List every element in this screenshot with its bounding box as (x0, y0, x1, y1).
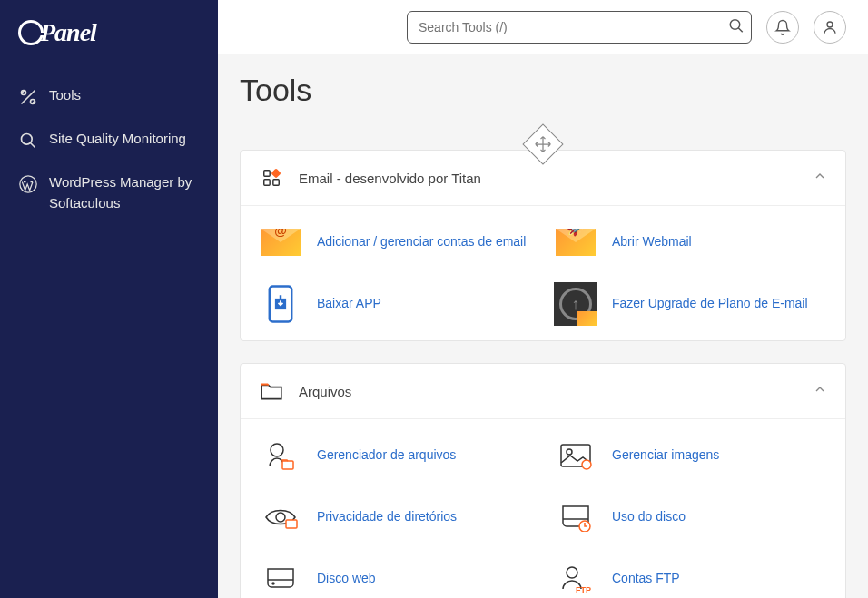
upgrade-icon: ↑ (554, 282, 597, 326)
svg-text:FTP: FTP (576, 585, 591, 594)
panel-body-files: Gerenciador de arquivos Gerenciar imagen… (241, 419, 845, 598)
tool-label: Contas FTP (612, 570, 680, 588)
panel-email: Email - desenvolvido por Titan @ Adicion… (240, 150, 846, 341)
tool-label: Abrir Webmail (612, 233, 692, 251)
panel-title: Arquivos (299, 384, 813, 399)
web-disk-icon (259, 557, 302, 598)
sidebar-item-label: Site Quality Monitoring (49, 129, 186, 150)
disk-usage-icon (554, 495, 597, 539)
sidebar-item-tools[interactable]: Tools (0, 74, 218, 118)
sidebar-item-label: Tools (49, 85, 81, 106)
panel-header-files[interactable]: Arquivos (241, 364, 845, 419)
cpanel-logo[interactable]: Panel (0, 18, 218, 74)
svg-rect-8 (264, 171, 270, 176)
svg-point-2 (22, 134, 33, 145)
tool-ftp-accounts[interactable]: FTP Contas FTP (554, 557, 827, 598)
tool-open-webmail[interactable]: 🚀 Abrir Webmail (554, 221, 827, 264)
panel-files: Arquivos Gerenciador de arquivos Gerenci (240, 363, 846, 598)
svg-point-24 (272, 583, 274, 584)
tool-label: Uso do disco (612, 508, 686, 526)
notifications-button[interactable] (766, 11, 799, 44)
main: Tools Email - desenvolvido por Titan @ (218, 0, 868, 598)
tool-label: Baixar APP (317, 295, 381, 313)
svg-rect-15 (282, 461, 293, 469)
svg-rect-10 (273, 180, 279, 185)
svg-rect-20 (286, 520, 297, 528)
tool-label: Gerenciar imagens (612, 446, 719, 465)
search-button[interactable] (728, 18, 745, 37)
drag-handle[interactable] (240, 130, 846, 159)
sidebar-item-site-quality[interactable]: Site Quality Monitoring (0, 118, 218, 162)
panel-title: Email - desenvolvido por Titan (299, 171, 813, 186)
svg-line-3 (31, 143, 35, 148)
page-title: Tools (240, 73, 846, 108)
tool-file-manager[interactable]: Gerenciador de arquivos (259, 434, 532, 477)
sidebar-item-wordpress[interactable]: WordPress Manager by Softaculous (0, 162, 218, 224)
svg-point-17 (567, 449, 572, 455)
privacy-icon (259, 495, 302, 539)
sidebar-item-label: WordPress Manager by Softaculous (49, 172, 200, 213)
user-menu-button[interactable] (814, 11, 846, 44)
svg-point-18 (582, 460, 591, 469)
magnifier-icon (18, 131, 38, 151)
ftp-accounts-icon: FTP (554, 557, 597, 598)
tool-upgrade-email[interactable]: ↑ Fazer Upgrade de Plano de E-mail (554, 282, 827, 326)
tool-label: Gerenciador de arquivos (317, 446, 456, 465)
tool-web-disk[interactable]: Disco web (259, 557, 532, 598)
panel-body-email: @ Adicionar / gerenciar contas de email … (241, 206, 845, 340)
tool-disk-usage[interactable]: Uso do disco (554, 495, 827, 539)
search-wrapper (407, 11, 752, 44)
envelope-rocket-icon: 🚀 (554, 221, 597, 264)
bell-icon (774, 19, 791, 35)
svg-point-5 (730, 20, 740, 30)
tool-label: Disco web (317, 570, 376, 588)
tool-directory-privacy[interactable]: Privacidade de diretórios (259, 495, 532, 539)
file-manager-icon (259, 434, 302, 477)
svg-rect-11 (272, 169, 281, 177)
svg-rect-9 (264, 180, 270, 185)
svg-point-25 (567, 567, 577, 578)
svg-point-19 (276, 513, 285, 522)
tool-label: Privacidade de diretórios (317, 508, 457, 526)
folder-icon (259, 378, 284, 404)
search-input[interactable] (407, 11, 752, 44)
svg-line-6 (738, 28, 743, 33)
envelope-at-icon: @ (259, 221, 302, 264)
tool-manage-images[interactable]: Gerenciar imagens (554, 434, 827, 477)
wordpress-icon (18, 174, 38, 194)
user-icon (822, 19, 838, 35)
sidebar: Panel Tools Site Quality Monitoring Word… (0, 0, 218, 598)
chevron-up-icon (813, 382, 827, 400)
apps-icon (259, 165, 284, 191)
tools-icon (18, 87, 38, 107)
chevron-up-icon (813, 169, 827, 187)
topbar (218, 0, 868, 54)
images-icon (554, 434, 597, 477)
phone-download-icon (259, 282, 302, 326)
tool-manage-email[interactable]: @ Adicionar / gerenciar contas de email (259, 221, 532, 264)
svg-point-1 (31, 100, 35, 104)
content: Tools Email - desenvolvido por Titan @ (218, 54, 868, 598)
move-icon (522, 123, 563, 164)
tool-label: Adicionar / gerenciar contas de email (317, 233, 526, 251)
svg-point-14 (271, 444, 283, 456)
svg-point-7 (827, 22, 833, 27)
tool-label: Fazer Upgrade de Plano de E-mail (612, 295, 808, 313)
search-icon (728, 18, 745, 34)
tool-download-app[interactable]: Baixar APP (259, 282, 532, 326)
svg-point-0 (22, 91, 26, 95)
